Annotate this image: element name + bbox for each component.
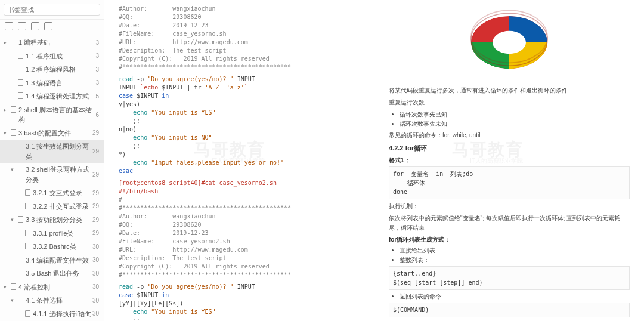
gen-title: for循环列表生成方式： [389, 235, 630, 244]
page-number: 30 [92, 255, 99, 264]
toc-item-1[interactable]: 1.1 程序组成3 [0, 50, 104, 63]
chevron-icon: ▸ [4, 106, 8, 115]
thumbnail-icon[interactable] [18, 22, 26, 30]
toc-label: 3.3.2 Bashrc类 [33, 242, 76, 252]
toc-item-0[interactable]: ▸1 编程基础3 [0, 36, 104, 50]
chevron-icon: ▾ [4, 283, 8, 292]
toc-item-2[interactable]: 1.2 程序编程风格3 [0, 63, 104, 76]
page-number: 29 [92, 229, 99, 237]
page-number: 6 [95, 110, 99, 119]
bookmark-icon [18, 66, 23, 72]
toc-label: 3 bash的配置文件 [18, 128, 71, 138]
bookmark-icon [11, 106, 16, 113]
toc-item-11[interactable]: ▾3.3 按功能划分分类29 [0, 213, 104, 227]
gen-list-3: 返回列表的命令: [389, 292, 630, 301]
page-number: 29 [92, 147, 99, 156]
bookmark-icon [18, 79, 23, 86]
watermark-subtext: IT人的高薪职业学院 [470, 156, 523, 165]
page-number: 29 [92, 189, 99, 197]
code-block-script2: read -p "Do you agree(yes/no)? " INPUT c… [119, 283, 360, 321]
code-catline: [root@centos8 script40]#cat case_yesorno… [119, 179, 360, 279]
search-container [0, 0, 104, 20]
page-number: 3 [95, 78, 99, 87]
gen3-code: $(COMMAND) [389, 303, 630, 317]
toc-item-4[interactable]: 1.4 编程逻辑处理方式5 [0, 89, 104, 103]
toc-label: 3.3.1 profile类 [33, 229, 73, 239]
mechanism-text: 依次将列表中的元素赋值给"变量名"; 每次赋值后即执行一次循环体; 直到列表中的… [389, 214, 630, 233]
list-item: 循环次数事先未知 [400, 119, 630, 128]
page-number: 30 [92, 269, 99, 278]
toc-label: 3.2.2 非交互式登录 [33, 202, 89, 212]
repeat-list: 循环次数事先已知 循环次数事先未知 [389, 110, 630, 128]
intro-text: 将某代码段重复运行多次，通常有进入循环的条件和退出循环的条件 [389, 86, 630, 95]
bookmark-icon [11, 129, 16, 136]
toc-label: 1.2 程序编程风格 [26, 64, 76, 75]
bookmark-ribbon-icon[interactable] [31, 22, 39, 30]
chevron-icon: ▸ [4, 39, 8, 47]
toc-item-5[interactable]: ▸2 shell 脚本语言的基本结构6 [0, 103, 104, 126]
toc-item-18[interactable]: 4.1.1 选择执行if语句30 [0, 307, 104, 321]
sidebar-toolbar [0, 20, 104, 33]
page-right: 马哥教育 IT人的高薪职业学院 将某代码段重复运行多次，通常有进入循环的条件和退… [374, 0, 644, 321]
page-number: 30 [92, 309, 99, 318]
bookmark-icon [18, 297, 23, 303]
toc-label: 2 shell 脚本语言的基本结构 [18, 105, 95, 125]
toc-label: 4.1 条件选择 [26, 295, 63, 305]
list-item: 整数列表： [400, 255, 630, 264]
toc-label: 4.1.1 选择执行if语句 [33, 309, 92, 319]
toc-item-12[interactable]: 3.3.1 profile类29 [0, 227, 104, 240]
toc-item-15[interactable]: 3.5 Bash 退出任务30 [0, 267, 104, 280]
toc-item-7[interactable]: 3.1 按生效范围划分两类29 [0, 140, 104, 163]
bookmark-icon[interactable] [44, 22, 52, 30]
outline-icon[interactable] [5, 22, 13, 30]
format1-code: for 变量名 in 列表;do 循环体 done [389, 166, 630, 199]
toc-label: 3.3 按功能划分分类 [26, 215, 82, 225]
svg-point-2 [493, 31, 526, 54]
bookmark-icon [25, 310, 30, 317]
toc-label: 3.2.1 交互式登录 [33, 188, 82, 198]
toc-item-14[interactable]: 3.4 编辑配置文件生效30 [0, 254, 104, 267]
repeat-title: 重复运行次数 [389, 98, 630, 107]
list-item: 返回列表的命令: [400, 292, 630, 301]
toc-item-6[interactable]: ▾3 bash的配置文件29 [0, 126, 104, 140]
search-input[interactable] [4, 4, 100, 16]
page-number: 3 [95, 38, 99, 47]
code-block-header1: #Author: wangxiaochun #QQ: 29308620 #Dat… [119, 5, 360, 72]
toc-item-10[interactable]: 3.2.2 非交互式登录29 [0, 200, 104, 214]
page-number: 30 [92, 296, 99, 305]
bookmark-icon [18, 270, 23, 276]
common-cmds: 常见的循环的命令：for, while, until [389, 131, 630, 140]
toc-item-13[interactable]: 3.3.2 Bashrc类30 [0, 240, 104, 254]
bookmark-icon [25, 243, 30, 249]
page-number: 29 [92, 128, 99, 137]
page-number: 29 [92, 215, 99, 224]
chevron-icon: ▾ [4, 129, 8, 138]
toc-label: 1.4 编程逻辑处理方式 [26, 91, 89, 101]
chevron-icon: ▾ [11, 297, 16, 305]
bookmark-icon [18, 92, 23, 99]
toc-label: 1.3 编程语言 [26, 78, 63, 88]
bookmark-icon [18, 216, 23, 223]
bookmark-icon [18, 143, 23, 149]
toc-item-8[interactable]: ▾3.2 shell登录两种方式分类29 [0, 163, 104, 186]
page-number: 3 [95, 51, 99, 60]
page-number: 5 [95, 92, 99, 101]
list-item: 直接给出列表 [400, 246, 630, 255]
chevron-icon: ▾ [11, 166, 16, 174]
toc-label: 1 编程基础 [18, 38, 50, 48]
toc-item-17[interactable]: ▾4.1 条件选择30 [0, 294, 104, 307]
bookmark-icon [25, 230, 30, 236]
bookmark-icon [25, 189, 30, 196]
document-content: 马哥教育 IT人的高薪职业学院 #Author: wangxiaochun #Q… [104, 0, 644, 321]
bookmark-icon [11, 39, 16, 45]
toc-label: 1.1 程序组成 [26, 51, 63, 61]
bookmark-icon [18, 53, 23, 59]
page-number: 3 [95, 65, 99, 74]
list-item: 使用glob，如：*.sh [400, 319, 630, 322]
bookmark-icon [18, 257, 23, 263]
sidebar-panel: ▸1 编程基础31.1 程序组成31.2 程序编程风格31.3 编程语言31.4… [0, 0, 104, 321]
toc-item-16[interactable]: ▾4 流程控制30 [0, 280, 104, 294]
page-number: 30 [92, 242, 99, 251]
toc-item-9[interactable]: 3.2.1 交互式登录29 [0, 186, 104, 200]
toc-item-3[interactable]: 1.3 编程语言3 [0, 76, 104, 90]
